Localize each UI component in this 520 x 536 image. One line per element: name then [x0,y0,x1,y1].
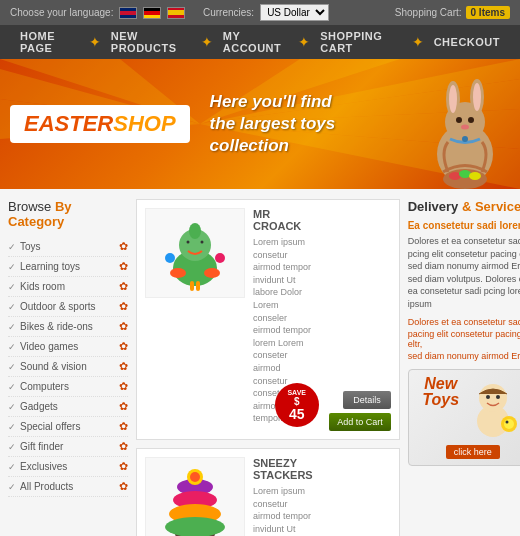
delivery-links: Dolores et ea consetetur sadi, pacing el… [408,317,520,361]
flower-icon: ✿ [119,400,128,413]
sidebar-item-label: Bikes & ride-ons [20,321,93,332]
check-icon: ✓ [8,482,16,492]
svg-point-34 [189,223,201,239]
sidebar-nav-item[interactable]: ✓Learning toys✿ [8,257,128,277]
sidebar-nav-item[interactable]: ✓Sound & vision✿ [8,357,128,377]
sidebar-right: Delivery & Services Ea consetetur sadi l… [408,199,520,536]
svg-point-14 [456,117,462,123]
nav-shopping-cart[interactable]: SHOPPING CART [310,30,411,54]
sidebar-nav-item[interactable]: ✓Bikes & ride-ons✿ [8,317,128,337]
sidebar-nav-item[interactable]: ✓All Products✿ [8,477,128,497]
sidebar-nav-item[interactable]: ✓Gift finder✿ [8,437,128,457]
baby-svg [463,376,520,441]
nav-sep-3: ✦ [298,34,310,50]
sidebar-nav-item[interactable]: ✓Exclusives✿ [8,457,128,477]
delivery-label: Delivery [408,199,459,214]
svg-point-46 [496,395,500,399]
nav-sep-2: ✦ [201,34,213,50]
check-icon: ✓ [8,422,16,432]
sidebar-nav-item[interactable]: ✓Toys✿ [8,237,128,257]
language-label: Choose your language: [10,7,113,18]
cart-info: Shopping Cart: 0 Items [395,6,510,19]
svg-point-15 [468,117,474,123]
sidebar-item-label: All Products [20,481,73,492]
check-icon: ✓ [8,462,16,472]
details-button-p1[interactable]: Details [343,391,391,409]
nav-home[interactable]: HOME PAGE [10,30,89,54]
main-nav: HOME PAGE ✦ NEW PRODUCTS ✦ MY ACCOUNT ✦ … [0,25,520,59]
flower-icon: ✿ [119,260,128,273]
delivery-link-2[interactable]: pacing elit consetetur pacing eltr, [408,329,520,349]
flower-icon: ✿ [119,240,128,253]
svg-point-44 [479,384,507,412]
svg-point-49 [506,420,509,423]
main-content: Browse By Category ✓Toys✿✓Learning toys✿… [0,189,520,536]
check-icon: ✓ [8,402,16,412]
check-icon: ✓ [8,302,16,312]
sidebar-nav-item[interactable]: ✓Video games✿ [8,337,128,357]
check-icon: ✓ [8,262,16,272]
svg-rect-31 [196,281,200,291]
cart-count[interactable]: 0 Items [466,6,510,19]
nav-my-account[interactable]: MY ACCOUNT [213,30,298,54]
svg-point-21 [469,172,481,180]
flag-es[interactable] [167,7,185,19]
language-selector: Choose your language: Currencies: US Dol… [10,4,329,21]
delivery-title: Delivery & Services [408,199,520,214]
svg-point-25 [187,241,190,244]
nav-checkout[interactable]: CHECKOUT [424,36,510,48]
svg-point-45 [486,395,490,399]
products-center: MR CROACK Lorem ipsum consetur airmod te… [136,199,400,536]
currency-select[interactable]: US Dollar Euro [260,4,329,21]
svg-point-29 [204,268,220,278]
save-label-p1: SAVE [287,389,306,396]
sidebar-nav-item[interactable]: ✓Gadgets✿ [8,397,128,417]
price-badge-p1: SAVE $ 45 [275,383,319,427]
svg-point-13 [473,83,481,111]
sidebar-item-label: Computers [20,381,69,392]
svg-point-17 [462,136,468,142]
nav-sep-4: ✦ [412,34,424,50]
services-label: & Services [462,199,520,214]
svg-point-11 [449,85,457,113]
flag-uk[interactable] [119,7,137,19]
nav-new-products[interactable]: NEW PRODUCTS [101,30,201,54]
svg-point-48 [504,419,514,429]
add-to-cart-button-p1[interactable]: Add to Cart [329,413,391,431]
sidebar-item-label: Learning toys [20,261,80,272]
cart-label: Shopping Cart: [395,7,462,18]
sidebar-item-label: Special offers [20,421,80,432]
hero-banner: EASTERSHOP Here you'll find the largest … [0,59,520,189]
product-image-p2 [145,457,245,536]
easter-text: EASTER [24,111,113,136]
check-icon: ✓ [8,342,16,352]
flower-icon: ✿ [119,300,128,313]
browse-prefix: Browse [8,199,55,214]
currency-label: Currencies: [203,7,254,18]
flag-de[interactable] [143,7,161,19]
flower-icon: ✿ [119,380,128,393]
sidebar-nav-item[interactable]: ✓Special offers✿ [8,417,128,437]
hero-logo: EASTERSHOP [10,105,190,143]
check-icon: ✓ [8,442,16,452]
flower-icon: ✿ [119,440,128,453]
svg-point-40 [165,517,225,536]
svg-point-42 [190,472,200,482]
sidebar-item-label: Video games [20,341,78,352]
shop-text: SHOP [113,111,175,136]
delivery-link-1[interactable]: Dolores et ea consetetur sadi, [408,317,520,327]
sidebar-nav-item[interactable]: ✓Outdoor & sports✿ [8,297,128,317]
sidebar-left: Browse By Category ✓Toys✿✓Learning toys✿… [8,199,128,536]
new-toys-text2: Toys [422,392,459,408]
product-name-p1: MR CROACK [253,208,313,232]
product-image-p1 [145,208,245,298]
flower-icon: ✿ [119,420,128,433]
new-toys-banner[interactable]: New Toys [408,369,520,466]
delivery-link-3[interactable]: sed diam nonumy airmod Erat, [408,351,520,361]
click-here-button[interactable]: click here [446,445,500,459]
products-list: MR CROACK Lorem ipsum consetur airmod te… [136,199,400,536]
delivery-heading: Ea consetetur sadi lorem [408,220,520,231]
sidebar-nav-item[interactable]: ✓Kids room✿ [8,277,128,297]
sidebar-nav-item[interactable]: ✓Computers✿ [8,377,128,397]
sidebar-nav: ✓Toys✿✓Learning toys✿✓Kids room✿✓Outdoor… [8,237,128,497]
